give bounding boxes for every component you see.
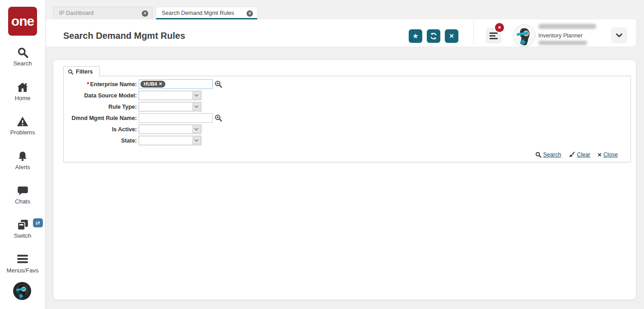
is-active-select[interactable]	[139, 125, 201, 134]
tab-label: IP Dashboard	[59, 10, 93, 16]
sidebar-item-label: Menus/Favs	[0, 267, 45, 274]
close-icon: ×	[449, 32, 454, 41]
sidebar-item-home[interactable]: Home	[0, 81, 45, 101]
filters-tab[interactable]: Filters	[63, 66, 100, 77]
filter-row-rule-type: Rule Type:	[64, 102, 630, 111]
search-icon	[0, 46, 45, 59]
sidebar-item-menus-favs[interactable]: Menus/Favs	[0, 254, 45, 274]
sidebar-item-label: Problems	[0, 129, 45, 136]
switch-swap-badge-icon[interactable]: ⇄	[33, 218, 43, 227]
sidebar-item-switch[interactable]: Switch ⇄	[0, 219, 45, 239]
clear-brush-icon	[568, 151, 575, 158]
sidebar-item-label: Home	[0, 95, 45, 101]
chip-remove-icon[interactable]: ×	[159, 82, 162, 86]
content-panel: Filters *Enterprise Name: HUB4 × Data So…	[53, 60, 636, 300]
chevron-down-icon	[616, 33, 622, 37]
page-title: Search Demand Mgmt Rules	[63, 31, 185, 41]
hamburger-menu-icon	[0, 254, 45, 266]
favorite-star-badge[interactable]: ★	[494, 22, 505, 33]
favorite-button[interactable]: ★	[409, 29, 422, 43]
chevron-down-icon	[192, 92, 201, 99]
tab-search-demand-mgmt-rules[interactable]: Search Demand Mgmt Rules ×	[156, 7, 257, 19]
home-icon	[0, 81, 45, 94]
sidebar-item-label: Search	[0, 60, 45, 67]
search-link[interactable]: Search	[535, 152, 561, 158]
field-label-text: Dmnd Mgmt Rule Name:	[72, 115, 137, 121]
field-label-text: Is Active:	[112, 126, 137, 133]
enterprise-lookup-icon[interactable]	[215, 80, 222, 88]
filter-row-state: State:	[64, 136, 630, 145]
tab-close-icon[interactable]: ×	[247, 10, 253, 17]
filter-actions: Search Clear × Close	[535, 151, 618, 158]
user-name-redacted	[538, 24, 596, 29]
logo-text: one	[11, 14, 34, 29]
page-header: Search Demand Mgmt Rules ★ × ★ Inventory…	[45, 19, 636, 46]
user-org-redacted	[538, 41, 587, 45]
filter-row-is-active: Is Active:	[64, 125, 630, 134]
clear-link[interactable]: Clear	[568, 151, 590, 158]
chip-text: HUB4	[144, 81, 157, 87]
rule-type-select[interactable]	[139, 102, 201, 111]
user-role: Inventory Planner	[538, 32, 583, 39]
clear-link-label: Clear	[577, 152, 590, 158]
user-menu-chevron-button[interactable]	[611, 27, 627, 43]
sidebar-item-chats[interactable]: Chats	[0, 184, 45, 205]
chat-bubble-icon	[0, 184, 45, 197]
workspace-tab-bar: IP Dashboard × Search Demand Mgmt Rules …	[45, 0, 644, 19]
tab-label: Search Demand Mgmt Rules	[162, 10, 234, 16]
close-link[interactable]: × Close	[597, 151, 618, 158]
field-label: Data Source Model:	[64, 92, 137, 99]
field-label-text: State:	[121, 138, 137, 144]
filter-row-dmnd-mgmt-rule-name: Dmnd Mgmt Rule Name:	[64, 113, 630, 123]
enterprise-name-chip: HUB4 ×	[140, 81, 165, 88]
tab-close-icon[interactable]: ×	[142, 10, 148, 17]
chevron-down-icon	[192, 125, 201, 133]
field-label-text: Enterprise Name:	[90, 81, 137, 88]
refresh-icon	[429, 32, 438, 40]
badge-star-icon: ★	[498, 25, 502, 30]
field-label-text: Data Source Model:	[84, 92, 137, 99]
field-label: Is Active:	[64, 126, 137, 133]
bell-icon	[0, 150, 45, 163]
field-label: *Enterprise Name:	[64, 81, 137, 88]
sidebar: one Search Home Problems Alerts Chats	[0, 0, 46, 309]
tab-ip-dashboard[interactable]: IP Dashboard ×	[53, 7, 153, 19]
state-select[interactable]	[139, 136, 201, 145]
chevron-down-icon	[192, 103, 201, 111]
user-avatar[interactable]	[513, 25, 535, 46]
header-divider	[473, 22, 474, 44]
sidebar-item-alerts[interactable]: Alerts	[0, 150, 45, 171]
sidebar-item-problems[interactable]: Problems	[0, 115, 45, 136]
field-label: Rule Type:	[64, 104, 137, 110]
star-icon: ★	[412, 32, 418, 40]
chevron-down-icon	[192, 137, 201, 144]
close-page-button[interactable]: ×	[445, 29, 458, 43]
filters-search-icon	[68, 69, 74, 75]
close-link-label: Close	[603, 152, 618, 158]
sidebar-item-label: Switch	[0, 232, 45, 239]
sidebar-item-search[interactable]: Search	[0, 46, 45, 67]
field-label: Dmnd Mgmt Rule Name:	[64, 115, 137, 121]
refresh-button[interactable]	[427, 29, 440, 43]
sidebar-item-label: Alerts	[0, 164, 45, 171]
field-label-text: Rule Type:	[108, 104, 137, 110]
filter-row-enterprise-name: *Enterprise Name: HUB4 ×	[64, 79, 630, 89]
rule-name-lookup-icon[interactable]	[215, 114, 222, 122]
sidebar-item-label: Chats	[0, 198, 45, 205]
filters-tab-label: Filters	[76, 69, 93, 75]
enterprise-name-input[interactable]: HUB4 ×	[139, 79, 213, 89]
required-marker: *	[87, 81, 89, 88]
warning-icon	[0, 115, 45, 128]
data-source-model-select[interactable]	[139, 91, 201, 100]
close-icon: ×	[597, 151, 602, 158]
search-icon	[535, 152, 541, 158]
dmnd-mgmt-rule-name-input[interactable]	[139, 113, 213, 123]
one-network-logo[interactable]: one	[8, 7, 37, 36]
filter-row-data-source-model: Data Source Model:	[64, 91, 630, 100]
sidebar-bottom-avatar[interactable]	[13, 282, 31, 300]
search-link-label: Search	[543, 152, 561, 158]
filters-fieldset: *Enterprise Name: HUB4 × Data Source Mod…	[63, 76, 631, 162]
field-label: State:	[64, 138, 137, 144]
